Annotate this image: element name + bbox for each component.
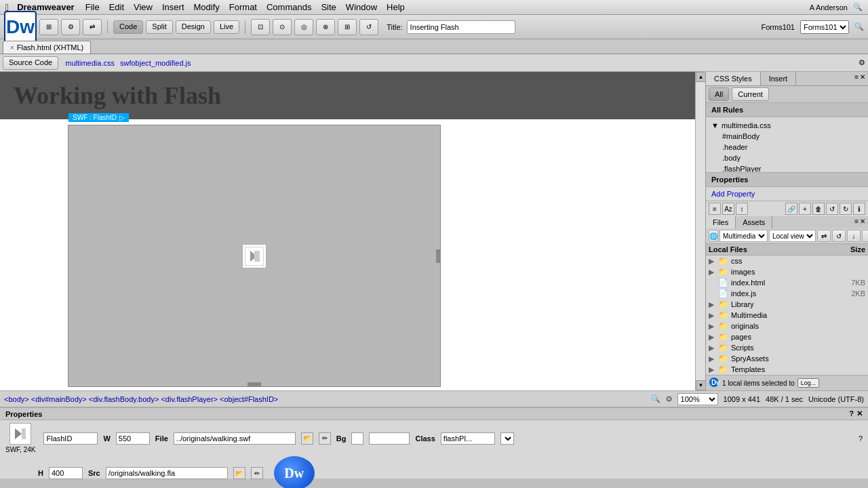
height-input[interactable] — [49, 467, 83, 479]
panel-close-icon[interactable]: ✕ — [860, 73, 865, 84]
refresh-btn[interactable]: ⊙ — [273, 19, 292, 35]
menu-help[interactable]: Help — [387, 2, 405, 12]
zoom-btn[interactable]: ⊕ — [316, 19, 335, 35]
workspace-select[interactable]: Forms101 — [800, 20, 849, 34]
menu-window[interactable]: Window — [346, 2, 377, 12]
props-help-btn[interactable]: ? — [859, 434, 863, 443]
menu-format[interactable]: Format — [229, 2, 257, 12]
width-input[interactable] — [116, 432, 150, 445]
split-btn[interactable]: Split — [146, 20, 172, 34]
insert-tab[interactable]: Insert — [761, 72, 797, 85]
file-item-originals[interactable]: ▶ 📁 originals — [706, 321, 868, 331]
browser-btn[interactable]: ◎ — [294, 19, 313, 35]
props-close-icon[interactable]: ✕ — [856, 409, 863, 418]
search-icon[interactable]: 🔍 — [853, 3, 863, 12]
title-input[interactable] — [407, 20, 515, 34]
file-edit-btn[interactable]: ✏ — [319, 432, 331, 445]
file-item-multimedia[interactable]: ▶ 📁 Multimedia — [706, 310, 868, 321]
resize-handle-right[interactable] — [436, 249, 440, 263]
file-item-spryassets[interactable]: ▶ 📁 SpryAssets — [706, 353, 868, 364]
prop-sort-icon[interactable]: ↕ — [736, 203, 748, 215]
bg-value-input[interactable] — [369, 432, 410, 445]
src-input[interactable] — [106, 467, 228, 479]
css-rule-header[interactable]: .header — [709, 142, 865, 152]
prop-info-icon[interactable]: ℹ — [853, 203, 865, 215]
search-icon-toolbar[interactable]: 🔍 — [854, 22, 864, 31]
log-btn[interactable]: Log... — [797, 378, 820, 388]
get-btn[interactable]: ↓ — [847, 230, 861, 242]
bg-color-box[interactable] — [351, 432, 363, 445]
design-scrollbar[interactable]: ▲ ▼ — [695, 72, 705, 390]
file-item-css[interactable]: ▶ 📁 css — [706, 256, 868, 266]
code-btn[interactable]: Code — [113, 20, 143, 34]
connect-btn[interactable]: ⇄ — [817, 230, 831, 242]
refresh-files-btn[interactable]: ↺ — [832, 230, 846, 242]
menu-commands[interactable]: Commands — [267, 2, 311, 12]
prop-new-icon[interactable]: + — [799, 203, 811, 215]
files-site-icon[interactable]: 🌐 — [709, 230, 718, 242]
css-rule-multimedia[interactable]: ▼ multimedia.css — [709, 120, 865, 131]
menu-view[interactable]: View — [134, 2, 153, 12]
inspect-icon[interactable]: 🔍 — [651, 394, 660, 403]
path-flashplayer[interactable]: <div.flashPlayer> — [161, 395, 218, 403]
panel-options-icon[interactable]: ≡ — [854, 73, 859, 84]
zoom-select[interactable]: 100% — [677, 393, 718, 405]
props-help-icon[interactable]: ? — [849, 409, 854, 418]
prop-undo-icon[interactable]: ↺ — [826, 203, 838, 215]
file-item-index-js[interactable]: ▶ 📄 index.js 2KB — [706, 288, 868, 299]
path-mainbody[interactable]: <div#mainBody> — [31, 395, 87, 403]
refresh2-btn[interactable]: ↺ — [359, 19, 378, 35]
src-browse-btn[interactable]: 📂 — [233, 467, 245, 479]
prop-list-icon[interactable]: ≡ — [709, 203, 721, 215]
js-file-link[interactable]: swfobject_modified.js — [120, 59, 191, 67]
css-rule-mainbody[interactable]: #mainBody — [709, 131, 865, 142]
sync-btn[interactable]: ⇄ — [83, 19, 102, 35]
class-select[interactable]: ▼ — [500, 432, 514, 445]
source-code-btn[interactable]: Source Code — [3, 56, 58, 70]
add-property-link[interactable]: Add Property — [711, 190, 755, 198]
site-select[interactable]: Multimedia — [719, 230, 768, 242]
file-browse-btn[interactable]: 📂 — [301, 432, 313, 445]
css-file-link[interactable]: multimedia.css — [65, 59, 115, 67]
current-sub-tab[interactable]: Current — [732, 87, 769, 101]
css-rule-flashplayer[interactable]: .flashPlayer — [709, 163, 865, 172]
prop-link-icon[interactable]: 🔗 — [785, 203, 797, 215]
file-item-templates[interactable]: ▶ 📁 Templates — [706, 364, 868, 375]
menu-modify[interactable]: Modify — [194, 2, 220, 12]
path-body[interactable]: <body> — [4, 395, 29, 403]
file-item-library[interactable]: ▶ 📁 Library — [706, 299, 868, 310]
scroll-up-arrow[interactable]: ▲ — [696, 72, 705, 82]
scroll-down-arrow[interactable]: ▼ — [696, 380, 705, 390]
main-tab[interactable]: × Flash.html (XHTML) — [3, 41, 91, 54]
flash-content[interactable] — [68, 125, 440, 386]
file-input[interactable] — [174, 432, 296, 445]
workspace-switcher[interactable]: ⊞ — [39, 19, 58, 35]
file-item-index-html[interactable]: ▶ 📄 index.html 7KB — [706, 277, 868, 288]
all-sub-tab[interactable]: All — [709, 87, 729, 101]
menu-insert[interactable]: Insert — [162, 2, 184, 12]
src-edit-btn[interactable]: ✏ — [251, 467, 263, 479]
flash-id-input[interactable] — [43, 432, 98, 445]
css-styles-tab[interactable]: CSS Styles — [706, 72, 761, 85]
files-options-icon[interactable]: ≡ — [854, 218, 859, 227]
file-item-pages[interactable]: ▶ 📁 pages — [706, 331, 868, 342]
menu-site[interactable]: Site — [321, 2, 336, 12]
files-close-icon[interactable]: ✕ — [860, 218, 865, 227]
design-btn[interactable]: Design — [176, 20, 211, 34]
class-input[interactable] — [441, 432, 495, 445]
prop-trash-icon[interactable]: 🗑 — [812, 203, 825, 215]
scroll-track[interactable] — [696, 82, 705, 380]
zoom-icon[interactable]: ⊙ — [666, 394, 672, 403]
live-btn[interactable]: Live — [214, 20, 239, 34]
file-item-scripts[interactable]: ▶ 📁 Scripts — [706, 342, 868, 353]
menu-file[interactable]: File — [85, 2, 100, 12]
settings-btn[interactable]: ⚙ — [61, 19, 80, 35]
path-object[interactable]: <object#FlashID> — [220, 395, 278, 403]
files-tab[interactable]: Files — [706, 216, 736, 228]
view-select[interactable]: Local view — [769, 230, 816, 242]
grid-btn[interactable]: ⊞ — [338, 19, 357, 35]
path-flashbody[interactable]: <div.flashBody.body> — [89, 395, 159, 403]
put-btn[interactable]: ↑ — [862, 230, 868, 242]
tab-close-icon[interactable]: × — [10, 44, 14, 52]
visual-aids-btn[interactable]: ⊡ — [251, 19, 270, 35]
